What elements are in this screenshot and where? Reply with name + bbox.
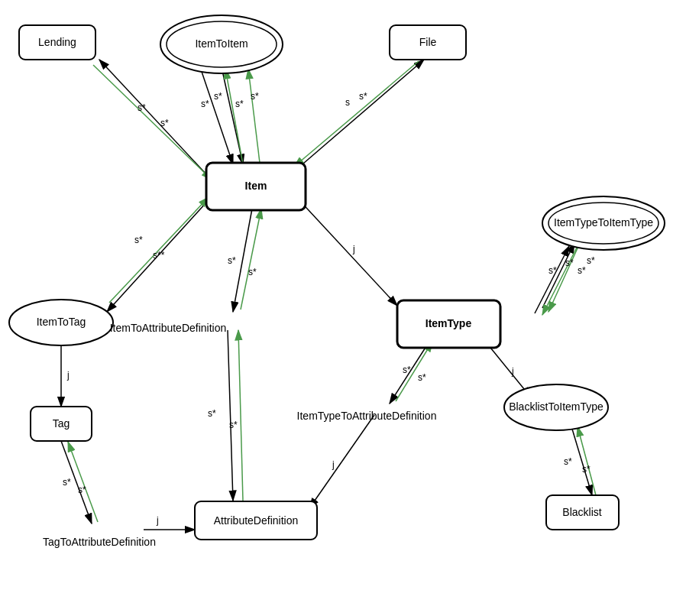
label-s4: s* <box>214 91 222 102</box>
node-blacklisttoitemtype-label: BlacklistToItemType <box>509 400 603 413</box>
label-s2: s* <box>160 118 169 128</box>
edge-itemtoattr-attrdef-b1 <box>228 330 233 501</box>
node-file-label: File <box>419 36 437 48</box>
label-j5: j <box>511 366 514 377</box>
node-itemtypetoitemtype-label: ItemTypeToItemType <box>554 216 653 229</box>
node-itemtypetoattrdef-label: ItemTypeToAttributeDefinition <box>297 410 437 422</box>
edge-itemtypetoattr-attrdef-b <box>309 415 374 508</box>
edge-item-lending-black <box>99 60 206 174</box>
label-s23: s* <box>564 456 572 467</box>
label-s12: s* <box>248 267 257 277</box>
label-s21: s* <box>403 365 411 375</box>
label-j2: j <box>66 370 70 381</box>
label-s19: s* <box>208 408 216 419</box>
edge-item-itemtoattr-black <box>233 209 252 312</box>
edge-lending-item-green <box>93 65 212 180</box>
node-itemtype-label: ItemType <box>426 317 472 329</box>
node-lending-label: Lending <box>38 36 76 48</box>
edge-attrdef-tag-green <box>68 442 98 522</box>
edge-itemtype-itypetoitype-b2 <box>542 243 574 308</box>
node-blacklist-label: Blacklist <box>562 506 601 518</box>
node-itemtoitem-label: ItemToItem <box>195 37 248 50</box>
label-s22: s* <box>418 372 426 383</box>
label-s20: s* <box>229 420 238 430</box>
edge-item-itemtype-black <box>298 199 397 306</box>
label-j1: j <box>352 244 355 255</box>
label-s24: s* <box>582 464 591 475</box>
label-j4: j <box>332 459 335 470</box>
edge-blacklisttoitype-blacklist-b <box>571 426 592 495</box>
label-s3: s* <box>201 99 209 109</box>
label-s5: s* <box>235 99 244 109</box>
label-s7: s <box>345 97 350 108</box>
label-s17: s* <box>63 477 71 488</box>
edge-itemtoitem-item-b1 <box>199 63 233 164</box>
label-s10: s** <box>153 250 165 261</box>
node-itemtoattrdef-label: ItemToAttributeDefinition <box>110 322 227 334</box>
edge-item-file-black <box>298 60 424 168</box>
node-tagtoattrdef-label: TagToAttributeDefinition <box>43 536 156 548</box>
node-tag-label: Tag <box>53 417 70 430</box>
edge-itypetoitype-itemtype-g1 <box>542 246 578 315</box>
label-s15: s* <box>578 265 586 276</box>
label-s13: s* <box>548 265 557 276</box>
node-attrdef-label: AttributeDefinition <box>214 514 299 527</box>
label-s8: s* <box>359 91 367 102</box>
edge-file-item-green <box>294 61 419 167</box>
edge-item-itemtoitem-g2 <box>248 69 260 163</box>
label-s9: s* <box>134 235 143 245</box>
label-s6: s* <box>251 91 259 102</box>
label-s18: s* <box>78 485 86 495</box>
label-s14: s* <box>565 258 574 268</box>
node-itemtotag-label: ItemToTag <box>37 316 86 328</box>
edge-blacklist-blacklisttoitype-g <box>578 426 596 495</box>
node-item-label: Item <box>245 180 267 192</box>
label-s11: s* <box>228 255 236 266</box>
edge-itemtypetoattr-itemtype-g <box>396 342 432 401</box>
edge-itemtoattr-item-green <box>241 209 261 310</box>
label-s1: s* <box>138 102 146 113</box>
label-j3: j <box>156 515 159 526</box>
edge-attrdef-itemtoattr-g1 <box>238 330 243 501</box>
label-s16: s* <box>587 255 595 266</box>
